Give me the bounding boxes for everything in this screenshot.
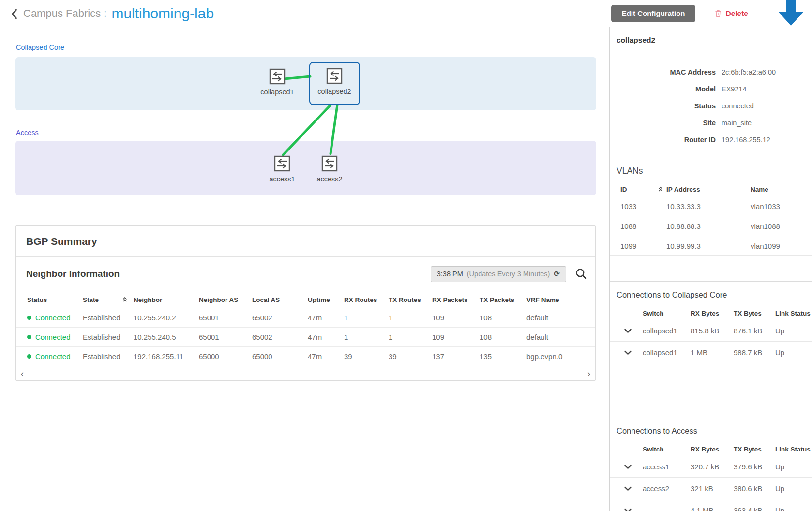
core-connection-row: collapsed1 1 MB 988.7 kB Up bbox=[610, 342, 812, 363]
col-vrf-name[interactable]: VRF Name bbox=[526, 296, 595, 303]
detail-row: Model EX9214 bbox=[610, 80, 812, 97]
col-vlan-ip[interactable]: IP Address bbox=[666, 186, 751, 193]
vlan-ip: 10.88.88.3 bbox=[666, 222, 751, 230]
link-status-cell: Up bbox=[775, 484, 812, 493]
link-status-cell: Up bbox=[775, 463, 812, 471]
scroll-right-icon[interactable]: › bbox=[587, 369, 590, 378]
connections-core-header: Switch RX Bytes TX Bytes Link Status bbox=[610, 306, 812, 320]
rx-packets-cell: 109 bbox=[432, 314, 480, 322]
switch-cell: access2 bbox=[643, 484, 691, 493]
col-neighbor-as[interactable]: Neighbor AS bbox=[199, 296, 252, 303]
router-id-label: Router ID bbox=[610, 136, 716, 144]
switch-icon bbox=[273, 155, 291, 172]
page-header: Campus Fabrics : multihoming-lab Edit Co… bbox=[0, 0, 812, 27]
vlans-title: VLANs bbox=[617, 166, 812, 176]
status-text: Connected bbox=[35, 333, 71, 341]
switch-icon bbox=[269, 68, 286, 85]
connected-dot-icon bbox=[27, 354, 31, 359]
col-local-as[interactable]: Local AS bbox=[252, 296, 308, 303]
rx-bytes-cell: 1 MB bbox=[691, 348, 734, 357]
status-label: Status bbox=[610, 102, 716, 110]
vlan-row: 1033 10.33.33.3 vlan1033 bbox=[610, 196, 812, 216]
access-zone-label: Access bbox=[16, 129, 39, 136]
bgp-table-row[interactable]: Connected Established 10.255.240.2 65001… bbox=[16, 308, 595, 328]
rx-bytes-cell: 321 kB bbox=[691, 484, 734, 493]
node-access2[interactable]: access2 bbox=[312, 155, 347, 183]
switch-cell: access1 bbox=[643, 463, 691, 471]
tx-bytes-cell: 363.4 kB bbox=[734, 506, 775, 511]
connections-access-header: Switch RX Bytes TX Bytes Link Status bbox=[610, 442, 812, 456]
expand-chevron-icon[interactable] bbox=[624, 486, 632, 491]
main-content: Collapsed Core Access collapsed1 collaps… bbox=[0, 27, 609, 511]
breadcrumb[interactable]: Campus Fabrics : bbox=[23, 7, 106, 20]
col-rx-packets[interactable]: RX Packets bbox=[432, 296, 480, 303]
bgp-summary-title: BGP Summary bbox=[16, 226, 595, 257]
vlan-id: 1088 bbox=[620, 222, 666, 230]
device-details: MAC Address 2c:6b:f5:a2:a6:00 Model EX92… bbox=[610, 54, 812, 148]
col-switch: Switch bbox=[643, 310, 691, 317]
neighbor-as-cell: 65001 bbox=[199, 314, 252, 322]
connections-access-title: Connections to Access bbox=[617, 426, 812, 436]
col-tx-packets[interactable]: TX Packets bbox=[480, 296, 526, 303]
link-status-cell: Up bbox=[775, 506, 812, 511]
tx-routes-cell: 39 bbox=[389, 352, 432, 361]
neighbor-as-cell: 65000 bbox=[199, 352, 252, 361]
node-access1[interactable]: access1 bbox=[265, 155, 300, 183]
mac-address-label: MAC Address bbox=[610, 68, 716, 76]
tx-bytes-cell: 988.7 kB bbox=[734, 348, 775, 357]
bgp-table-row[interactable]: Connected Established 10.255.240.5 65001… bbox=[16, 328, 595, 347]
back-chevron-icon[interactable] bbox=[11, 9, 17, 19]
node-collapsed2[interactable]: collapsed2 bbox=[317, 67, 352, 95]
page-title: multihoming-lab bbox=[111, 5, 214, 22]
rx-packets-cell: 137 bbox=[432, 352, 480, 361]
node-collapsed2-selected[interactable]: collapsed2 bbox=[309, 62, 360, 105]
state-cell: Established bbox=[83, 352, 134, 361]
col-uptime[interactable]: Uptime bbox=[308, 296, 344, 303]
tx-packets-cell: 108 bbox=[480, 333, 526, 341]
vlan-id: 1033 bbox=[620, 202, 666, 210]
col-tx-bytes: TX Bytes bbox=[734, 446, 775, 453]
node-collapsed1[interactable]: collapsed1 bbox=[260, 68, 295, 96]
horizontal-scrollbar: ‹ › bbox=[16, 366, 595, 380]
status-text: Connected bbox=[35, 352, 71, 361]
link-status-cell: Up bbox=[775, 348, 812, 357]
access-connection-row: -- 4.1 MB 363.4 kB Up bbox=[610, 499, 812, 511]
uptime-cell: 47m bbox=[308, 333, 344, 341]
col-rx-bytes: RX Bytes bbox=[691, 310, 734, 317]
rx-routes-cell: 1 bbox=[344, 333, 389, 341]
vlan-name: vlan1099 bbox=[751, 242, 812, 250]
switch-icon bbox=[321, 155, 338, 172]
col-neighbor[interactable]: Neighbor bbox=[134, 296, 199, 303]
col-rx-routes[interactable]: RX Routes bbox=[344, 296, 389, 303]
connections-core-title: Connections to Collapsed Core bbox=[617, 290, 812, 300]
col-tx-routes[interactable]: TX Routes bbox=[389, 296, 432, 303]
col-vlan-name[interactable]: Name bbox=[751, 186, 812, 193]
divider bbox=[610, 153, 812, 153]
expand-chevron-icon[interactable] bbox=[624, 329, 632, 333]
col-vlan-id[interactable]: ID bbox=[620, 186, 666, 193]
bgp-table-row[interactable]: Connected Established 192.168.255.11 650… bbox=[16, 347, 595, 366]
edit-configuration-button[interactable]: Edit Configuration bbox=[611, 5, 696, 22]
detail-row: Site main_site bbox=[610, 114, 812, 131]
delete-label: Delete bbox=[725, 9, 748, 18]
refresh-timestamp-button[interactable]: 3:38 PM (Updates Every 3 Minutes) ⟳ bbox=[431, 266, 566, 282]
search-icon[interactable] bbox=[575, 268, 587, 280]
trash-icon bbox=[715, 10, 722, 17]
collapsed-core-zone-label: Collapsed Core bbox=[16, 44, 64, 51]
col-state[interactable]: State bbox=[83, 296, 134, 303]
expand-chevron-icon[interactable] bbox=[624, 465, 632, 469]
col-vlan-id-label: ID bbox=[620, 186, 627, 193]
scroll-left-icon[interactable]: ‹ bbox=[21, 369, 24, 378]
expand-chevron-icon[interactable] bbox=[624, 508, 632, 511]
col-status[interactable]: Status bbox=[27, 296, 83, 303]
delete-button[interactable]: Delete bbox=[715, 9, 748, 18]
sort-ascending-icon bbox=[122, 297, 128, 302]
divider bbox=[610, 281, 812, 282]
campus-fabric-page: Campus Fabrics : multihoming-lab Edit Co… bbox=[0, 0, 812, 511]
local-as-cell: 65002 bbox=[252, 333, 308, 341]
expand-chevron-icon[interactable] bbox=[624, 350, 632, 355]
tx-packets-cell: 135 bbox=[480, 352, 526, 361]
rx-bytes-cell: 4.1 MB bbox=[691, 506, 734, 511]
local-as-cell: 65002 bbox=[252, 314, 308, 322]
model-label: Model bbox=[610, 85, 716, 93]
